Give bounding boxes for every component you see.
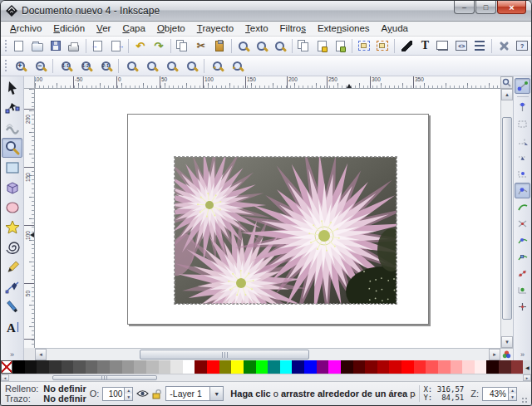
opacity-up-button[interactable]: ▴ [125, 388, 132, 394]
snap-bbox-edges-button[interactable] [515, 116, 530, 132]
color-swatch[interactable] [12, 360, 25, 374]
tool-calligraphy[interactable] [2, 297, 22, 317]
menu-filtros[interactable]: Filtros [274, 22, 312, 35]
tool-star[interactable] [2, 218, 22, 237]
color-swatch[interactable] [438, 360, 451, 374]
zoom-selection-button[interactable] [121, 56, 141, 75]
horizontal-ruler[interactable]: -100-50050100150200250300350 [35, 76, 500, 89]
snap-bbox-corners-button[interactable] [515, 133, 530, 149]
menu-ver[interactable]: Ver [91, 22, 116, 35]
xml-editor-button[interactable]: <> [452, 37, 470, 54]
zoom-drawing-button[interactable] [141, 56, 161, 75]
color-swatch[interactable] [183, 360, 195, 374]
canvas[interactable] [35, 89, 500, 348]
tool-selector[interactable] [2, 78, 22, 98]
zoom-2-1-button[interactable]: 2:1 [96, 56, 116, 75]
color-swatch[interactable] [207, 360, 219, 374]
color-swatch[interactable] [486, 360, 499, 374]
menu-ayuda[interactable]: Ayuda [376, 22, 414, 35]
menu-texto[interactable]: Texto [239, 22, 274, 35]
vertical-ruler[interactable]: 200150100500 [24, 89, 35, 348]
tool-zoom[interactable] [2, 138, 22, 158]
color-swatch[interactable] [317, 360, 329, 374]
menu-capa[interactable]: Capa [116, 22, 151, 35]
color-swatch[interactable] [37, 360, 49, 374]
scroll-up-button[interactable]: ▴ [501, 89, 513, 100]
zoom-up-button[interactable]: ▴ [509, 388, 516, 394]
zoom-previous-button[interactable]: ◂ [207, 56, 227, 75]
zoom-in-button[interactable]: + [10, 56, 30, 75]
color-swatch[interactable] [134, 360, 146, 374]
layer-lock-icon[interactable] [152, 389, 162, 399]
layers-dialog-button[interactable] [434, 37, 452, 54]
window-resize-grip[interactable] [520, 382, 529, 405]
zoom-page-width-button[interactable] [181, 56, 201, 75]
menu-objeto[interactable]: Objeto [151, 22, 191, 35]
tool-ellipse[interactable] [2, 198, 22, 218]
save-document-button[interactable] [47, 37, 65, 54]
zoom-next-button[interactable]: ▸ [227, 56, 247, 75]
zoom-value[interactable]: 43% [482, 387, 509, 401]
palette-more-button[interactable]: ◀ [523, 360, 531, 374]
scroll-down-button[interactable]: ▾ [501, 336, 513, 348]
toolbox-overflow[interactable]: » [10, 350, 14, 359]
color-swatch[interactable] [159, 360, 171, 374]
unlink-clone-button[interactable] [331, 37, 349, 54]
zoom-spinbox[interactable]: 43% ▴▾ [482, 387, 517, 401]
paste-button[interactable] [210, 37, 229, 54]
palette-scroll-left-button[interactable]: ◂ [1, 374, 9, 381]
no-color-swatch[interactable] [1, 360, 12, 374]
fill-stroke-dialog-button[interactable] [397, 37, 416, 54]
cut-button[interactable]: ✂ [192, 37, 210, 54]
tool-box-3d[interactable] [2, 178, 22, 198]
zoom-out-button[interactable]: − [30, 56, 50, 75]
snap-object-centers-button[interactable] [515, 282, 530, 298]
document-properties-button[interactable]: ? [513, 37, 531, 54]
cactus-flowers-photo[interactable] [175, 157, 397, 304]
palette-scroll-thumb[interactable] [52, 375, 157, 380]
titlebar[interactable]: Documento nuevo 4 - Inkscape – □ × [1, 1, 531, 22]
ungroup-button[interactable] [373, 37, 392, 54]
maximize-button[interactable]: □ [475, 1, 496, 14]
color-swatch[interactable] [256, 360, 268, 374]
color-swatch[interactable] [328, 360, 341, 374]
toolbar-grip[interactable] [4, 59, 8, 72]
snap-rotation-centers-button[interactable] [515, 299, 530, 315]
color-swatch[interactable] [62, 360, 74, 374]
tool-spiral[interactable] [2, 237, 22, 257]
create-clone-button[interactable] [313, 37, 332, 54]
snap-bbox-button[interactable] [515, 100, 530, 115]
color-swatch[interactable] [353, 360, 366, 374]
sticky-zoom-button[interactable] [500, 76, 513, 89]
toolbar-grip[interactable] [4, 39, 8, 52]
snap-bbox-edge-midpoints-button[interactable] [515, 149, 530, 165]
color-swatch[interactable] [146, 360, 159, 374]
palette-scroll-right-button[interactable]: ▸ [523, 374, 531, 381]
color-swatch[interactable] [304, 360, 317, 374]
palette-scrollbar[interactable]: ◂ ▸ [1, 374, 531, 381]
tool-pen[interactable] [2, 277, 22, 297]
layer-dropdown-button[interactable]: ▼ [210, 386, 224, 401]
color-swatch[interactable] [389, 360, 401, 374]
duplicate-button[interactable] [295, 37, 313, 54]
close-button[interactable]: × [497, 1, 526, 14]
tool-pencil[interactable] [2, 257, 22, 277]
minimize-button[interactable]: – [454, 1, 475, 14]
color-swatch[interactable] [73, 360, 86, 374]
scroll-left-button[interactable]: ◂ [35, 349, 47, 360]
vertical-scroll-track[interactable] [501, 100, 513, 336]
text-dialog-button[interactable]: T [416, 37, 434, 54]
scroll-right-button[interactable]: ▸ [489, 349, 500, 360]
palette-scroll-track[interactable] [9, 374, 523, 381]
zoom-1-1-button[interactable]: 1:1 [56, 56, 76, 75]
snap-line-midpoints-button[interactable] [515, 266, 530, 281]
color-swatch[interactable] [426, 360, 438, 374]
layer-visibility-eye-icon[interactable] [136, 389, 149, 398]
new-document-button[interactable] [10, 37, 28, 54]
snap-cusp-nodes-button[interactable] [515, 232, 530, 248]
color-swatch[interactable] [414, 360, 426, 374]
color-swatch[interactable] [49, 360, 62, 374]
color-swatch[interactable] [268, 360, 280, 374]
import-button[interactable]: → [89, 37, 107, 54]
undo-button[interactable]: ↶ [131, 37, 150, 54]
